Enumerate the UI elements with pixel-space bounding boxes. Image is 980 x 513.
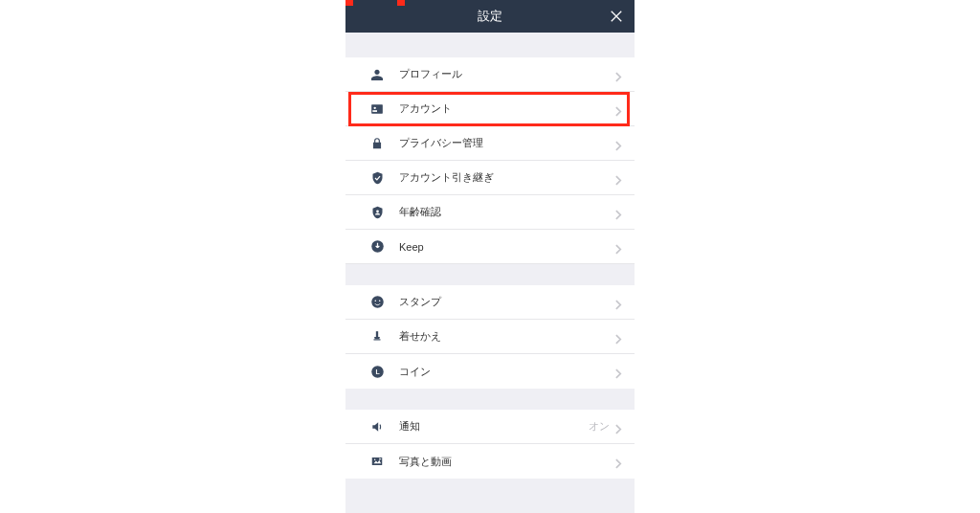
- account-icon: [368, 100, 386, 118]
- settings-row-profile[interactable]: プロフィール: [345, 57, 635, 92]
- speaker-icon: [368, 418, 386, 435]
- chevron-right-icon: [615, 69, 623, 80]
- shield-icon: [368, 169, 386, 187]
- svg-rect-11: [374, 339, 381, 340]
- row-value: オン: [589, 419, 610, 434]
- settings-row-keep[interactable]: Keep: [345, 230, 635, 264]
- settings-group-1: プロフィール アカウント プライバシー管理 アカウント引き継ぎ: [345, 57, 635, 264]
- annotation-mark: [345, 0, 353, 6]
- svg-rect-10: [376, 331, 378, 337]
- chevron-right-icon: [615, 241, 623, 253]
- close-icon: [610, 10, 623, 23]
- svg-point-5: [376, 210, 379, 212]
- section-separator: [345, 33, 635, 57]
- profile-icon: [368, 66, 386, 83]
- page-title: 設定: [478, 8, 502, 25]
- chevron-right-icon: [615, 421, 623, 433]
- annotation-mark: [397, 0, 405, 6]
- lock-icon: [368, 135, 386, 152]
- settings-row-notifications[interactable]: 通知 オン: [345, 410, 635, 444]
- chevron-right-icon: [615, 172, 623, 184]
- settings-row-themes[interactable]: 着せかえ: [345, 320, 635, 354]
- settings-row-coins[interactable]: L コイン: [345, 354, 635, 389]
- chevron-right-icon: [615, 207, 623, 218]
- settings-row-age[interactable]: 年齢確認: [345, 195, 635, 230]
- settings-row-stamps[interactable]: スタンプ: [345, 285, 635, 320]
- svg-point-3: [374, 106, 376, 108]
- smile-icon: [368, 294, 386, 311]
- row-label: 着せかえ: [399, 329, 615, 344]
- row-label: 写真と動画: [399, 455, 615, 469]
- settings-row-privacy[interactable]: プライバシー管理: [345, 126, 635, 161]
- svg-rect-2: [371, 104, 383, 113]
- section-separator: [345, 264, 635, 285]
- settings-screen: 設定 プロフィール アカウント: [345, 0, 635, 513]
- settings-group-3: 通知 オン 写真と動画: [345, 410, 635, 479]
- section-separator: [345, 389, 635, 410]
- row-label: プロフィール: [399, 67, 615, 81]
- settings-row-photos[interactable]: 写真と動画: [345, 444, 635, 479]
- row-label: 年齢確認: [399, 205, 615, 219]
- row-label: アカウント: [399, 101, 615, 116]
- svg-point-9: [378, 300, 380, 301]
- svg-point-16: [374, 458, 376, 460]
- row-label: 通知: [399, 419, 589, 434]
- row-label: アカウント引き継ぎ: [399, 170, 615, 185]
- row-label: プライバシー管理: [399, 136, 615, 150]
- settings-group-2: スタンプ 着せかえ L コイン: [345, 285, 635, 389]
- svg-text:L: L: [375, 368, 379, 375]
- svg-point-8: [374, 300, 376, 301]
- brush-icon: [368, 328, 386, 346]
- row-label: コイン: [399, 365, 615, 379]
- chevron-right-icon: [615, 103, 623, 115]
- settings-row-account[interactable]: アカウント: [345, 92, 635, 126]
- chevron-right-icon: [615, 297, 623, 308]
- photo-icon: [368, 453, 386, 470]
- chevron-right-icon: [615, 366, 623, 377]
- svg-rect-4: [372, 110, 377, 112]
- header-bar: 設定: [345, 0, 635, 33]
- chevron-right-icon: [615, 456, 623, 467]
- download-icon: [368, 238, 386, 256]
- chevron-right-icon: [615, 331, 623, 343]
- settings-row-transfer[interactable]: アカウント引き継ぎ: [345, 161, 635, 195]
- chevron-right-icon: [615, 138, 623, 149]
- close-button[interactable]: [608, 8, 625, 25]
- coin-icon: L: [368, 363, 386, 380]
- svg-point-7: [371, 296, 384, 308]
- row-label: スタンプ: [399, 295, 615, 309]
- person-shield-icon: [368, 204, 386, 221]
- row-label: Keep: [399, 241, 615, 253]
- svg-rect-14: [372, 457, 383, 465]
